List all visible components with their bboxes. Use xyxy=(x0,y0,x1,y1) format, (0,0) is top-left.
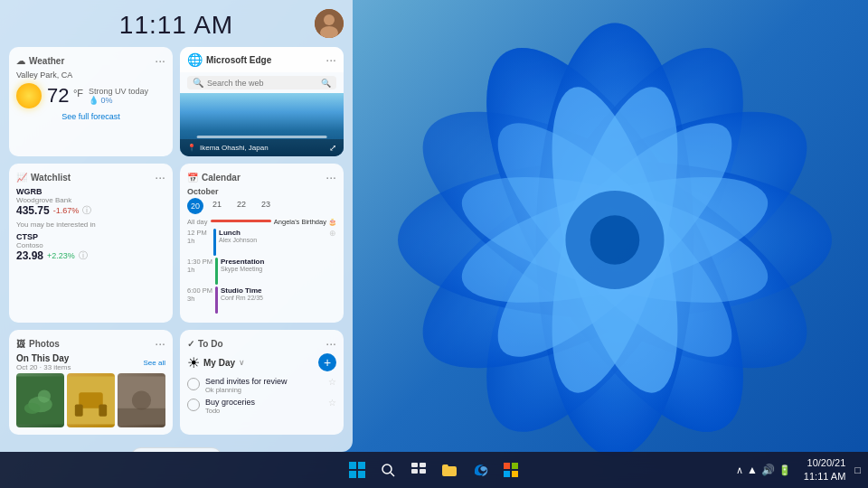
user-avatar[interactable] xyxy=(315,9,344,38)
calendar-event-studio[interactable]: 6:00 PM 3h Studio Time Conf Rm 22/35 xyxy=(187,286,336,314)
calendar-more-button[interactable]: ··· xyxy=(326,171,336,183)
calendar-day-22[interactable]: 22 xyxy=(231,198,252,214)
system-tray-icons: ∧ ▲ 🔊 🔋 xyxy=(736,464,791,476)
todo-header: ✓ To Do ··· xyxy=(187,337,336,350)
event-details-1: Lunch Alex Johnson xyxy=(219,229,257,243)
calendar-header: 📅 Calendar ··· xyxy=(187,171,336,183)
edge-expand-icon[interactable]: ⤢ xyxy=(329,143,336,153)
svg-rect-42 xyxy=(504,471,510,477)
taskbar-datetime[interactable]: 10/20/21 11:11 AM xyxy=(804,456,845,484)
weather-header: ☁ Weather ··· xyxy=(16,54,165,67)
edge-more-button[interactable]: ··· xyxy=(326,53,336,66)
todo-star-1[interactable]: ☆ xyxy=(328,377,336,387)
photos-more-button[interactable]: ··· xyxy=(155,337,165,350)
todo-day-chevron[interactable]: ∨ xyxy=(239,358,245,367)
taskview-button[interactable] xyxy=(406,457,431,483)
avatar-image xyxy=(315,9,344,38)
event-time-2: 1:30 PM 1h xyxy=(187,258,212,274)
todo-star-2[interactable]: ☆ xyxy=(328,398,336,408)
stock-info-icon: ⓘ xyxy=(82,204,91,217)
svg-point-34 xyxy=(382,465,392,474)
photo-1-image xyxy=(16,373,64,427)
edge-icon: 🌐 xyxy=(187,52,203,67)
widgets-grid: ☁ Weather ··· Valley Park, CA 72 °F Stro… xyxy=(0,47,353,442)
event-details-3: Studio Time Conf Rm 22/35 xyxy=(221,286,263,301)
svg-rect-33 xyxy=(358,471,365,478)
weather-forecast-link[interactable]: See full forecast xyxy=(16,112,165,121)
photo-thumb-2[interactable] xyxy=(67,373,115,427)
edge-search-input[interactable] xyxy=(207,79,317,88)
watchlist-header: 📈 Watchlist ··· xyxy=(16,171,165,183)
photo-thumb-1[interactable] xyxy=(16,373,64,427)
sound-icon[interactable]: 🔊 xyxy=(761,464,775,476)
windows-logo-icon xyxy=(349,462,365,478)
todo-checkbox-2[interactable] xyxy=(187,399,200,411)
edge-location-overlay: 📍 Ikema Ohashi, Japan ⤢ xyxy=(180,139,344,156)
ms-store-button[interactable] xyxy=(498,457,524,483)
edge-widget: 🌐 Microsoft Edge ··· 🔍 🔍 📍 Ikema Ohashi,… xyxy=(180,47,344,156)
weather-precip: 💧 0% xyxy=(89,96,148,105)
watchlist-title: 📈 Watchlist xyxy=(16,173,71,183)
start-button[interactable] xyxy=(344,457,370,483)
event-dot-2 xyxy=(215,258,218,285)
taskbar-search-button[interactable] xyxy=(375,457,401,483)
todo-more-button[interactable]: ··· xyxy=(326,337,336,350)
watchlist-widget: 📈 Watchlist ··· WGRB Woodgrove Bank 435.… xyxy=(9,164,173,323)
stock-item-wgrb[interactable]: WGRB Woodgrove Bank 435.75 -1.67% ⓘ xyxy=(16,187,165,217)
notification-icon[interactable]: □ xyxy=(854,465,861,475)
wifi-icon[interactable]: ▲ xyxy=(747,464,758,476)
calendar-event-lunch[interactable]: 12 PM 1h Lunch Alex Johnson ⊕ xyxy=(187,229,336,256)
weather-widget: ☁ Weather ··· Valley Park, CA 72 °F Stro… xyxy=(9,47,173,156)
svg-rect-31 xyxy=(358,462,365,469)
stock-ctsp-price-row: 23.98 +2.23% ⓘ xyxy=(16,249,165,262)
file-explorer-button[interactable] xyxy=(437,457,462,483)
widgets-panel: 11:11 AM ☁ Weather ··· Valley Park, CA xyxy=(0,0,353,452)
taskbar-center-icons xyxy=(344,457,524,483)
stock-item-ctsp[interactable]: CTSP Contoso 23.98 +2.23% ⓘ xyxy=(16,232,165,262)
edge-search-bar[interactable]: 🔍 🔍 xyxy=(187,76,336,89)
taskbar-edge-button[interactable] xyxy=(467,457,493,483)
weather-title: ☁ Weather xyxy=(16,56,64,66)
edge-header: 🌐 Microsoft Edge ··· xyxy=(180,47,344,72)
edge-search-button[interactable]: 🔍 xyxy=(321,79,331,88)
watchlist-more-button[interactable]: ··· xyxy=(155,171,165,183)
clock-display: 11:11 AM xyxy=(0,11,353,40)
photos-widget: 🖼 Photos ··· On This Day Oct 20 · 33 ite… xyxy=(9,330,173,435)
calendar-days: 20 21 22 23 xyxy=(187,198,336,214)
svg-rect-25 xyxy=(75,404,83,416)
calendar-day-23[interactable]: 23 xyxy=(255,198,277,214)
calendar-day-21[interactable]: 21 xyxy=(206,198,228,214)
todo-text-1: Send invites for review Ok planning xyxy=(205,377,288,394)
edge-icon xyxy=(472,462,488,478)
calendar-event-presentation[interactable]: 1:30 PM 1h Presentation Skype Meeting xyxy=(187,258,336,285)
search-icon: 🔍 xyxy=(193,78,203,88)
svg-rect-32 xyxy=(349,471,356,478)
weather-more-button[interactable]: ··· xyxy=(155,54,165,67)
event-expand-1[interactable]: ⊕ xyxy=(329,229,336,238)
photos-subtitle: On This Day Oct 20 · 33 items xyxy=(16,353,71,371)
svg-rect-39 xyxy=(420,469,426,474)
todo-checkbox-1[interactable] xyxy=(187,378,200,390)
todo-add-button[interactable]: + xyxy=(318,353,336,371)
svg-point-28 xyxy=(132,390,151,409)
calendar-title: 📅 Calendar xyxy=(187,173,241,183)
svg-rect-30 xyxy=(349,462,356,469)
droplet-icon: 💧 xyxy=(89,96,99,105)
taskbar: ∧ ▲ 🔊 🔋 10/20/21 11:11 AM □ xyxy=(0,452,868,488)
todo-item-2[interactable]: Buy groceries Todo ☆ xyxy=(187,398,336,415)
bloom-decoration xyxy=(307,0,868,488)
photos-see-all-link[interactable]: See all xyxy=(144,359,165,367)
calendar-day-today[interactable]: 20 xyxy=(187,198,203,214)
svg-rect-29 xyxy=(118,408,165,425)
todo-item-1[interactable]: Send invites for review Ok planning ☆ xyxy=(187,377,336,394)
photos-header: 🖼 Photos ··· xyxy=(16,337,165,350)
battery-icon[interactable]: 🔋 xyxy=(778,465,791,476)
store-icon xyxy=(503,462,519,478)
todo-title: ✓ To Do xyxy=(187,339,223,349)
chevron-up-icon[interactable]: ∧ xyxy=(736,465,743,476)
svg-rect-37 xyxy=(420,463,426,467)
photo-thumb-3[interactable] xyxy=(118,373,165,427)
watchlist-icon: 📈 xyxy=(16,173,27,183)
photo-3-image xyxy=(118,373,165,427)
calendar-events: All day Angela's Birthday 🎂 12 PM 1h Lun… xyxy=(187,218,336,314)
